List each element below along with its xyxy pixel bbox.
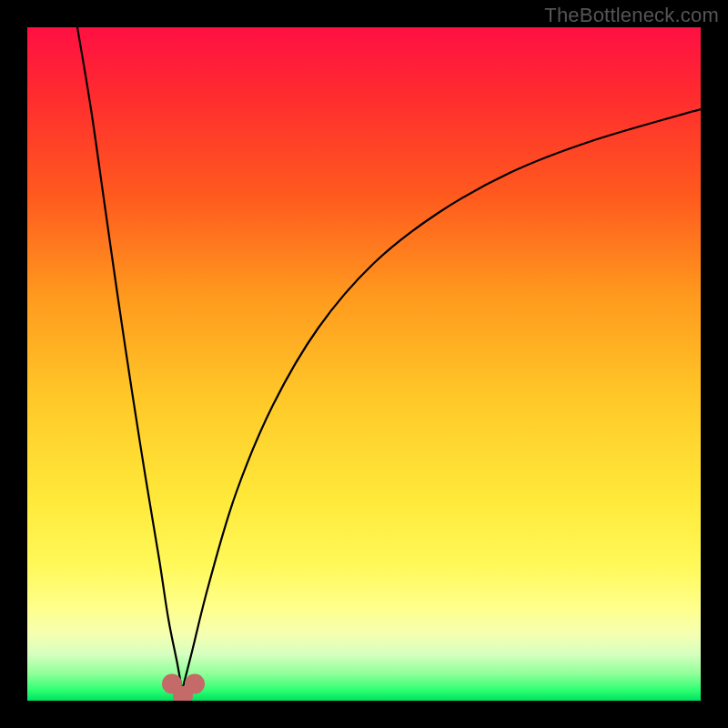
bottleneck-curve [77,27,701,693]
plot-area [27,27,701,701]
stage: TheBottleneck.com [0,0,728,728]
valley-marker [162,674,205,702]
watermark-text: TheBottleneck.com [544,4,719,27]
curve-layer [27,27,701,701]
